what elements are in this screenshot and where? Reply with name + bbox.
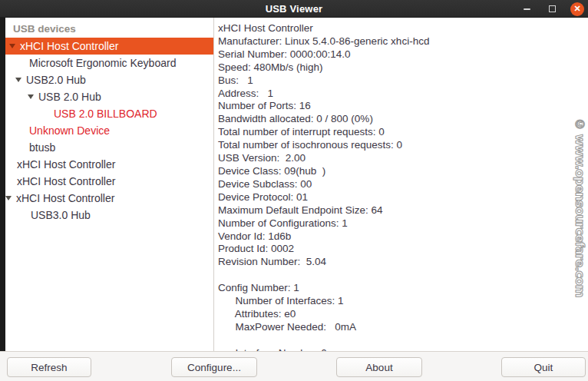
- tree-item-label: btusb: [29, 141, 55, 154]
- detail-line: Total number of interrupt requests: 0: [218, 126, 588, 139]
- tree-item[interactable]: xHCI Host Controller: [5, 173, 213, 190]
- detail-line: Total number of isochronous requests: 0: [218, 139, 588, 152]
- main-content: USB devices xHCI Host ControllerMicrosof…: [5, 18, 588, 351]
- detail-line: Number of Interfaces: 1: [218, 295, 588, 308]
- desktop-background-sliver: [0, 18, 5, 351]
- detail-line: Vendor Id: 1d6b: [218, 230, 588, 244]
- close-icon: ✕: [573, 5, 580, 13]
- detail-line: USB Version: 2.00: [218, 152, 588, 165]
- refresh-button[interactable]: Refresh: [7, 357, 91, 377]
- detail-line: Manufacturer: Linux 5.4.0-86-generic xhc…: [218, 35, 588, 48]
- tree-item-label: Unknown Device: [29, 124, 110, 137]
- detail-line: Device Subclass: 00: [218, 178, 588, 191]
- window-controls: ✕: [520, 0, 584, 18]
- configure-button[interactable]: Configure...: [171, 357, 257, 377]
- detail-line: Device Class: 09(hub ): [218, 165, 588, 178]
- minimize-button[interactable]: [520, 2, 533, 16]
- expander-triangle-icon[interactable]: [28, 94, 34, 99]
- detail-line: Config Number: 1: [218, 282, 588, 295]
- tree-item[interactable]: xHCI Host Controller: [5, 190, 213, 207]
- detail-line: Bus: 1: [218, 75, 588, 88]
- usb-device-tree: USB devices xHCI Host ControllerMicrosof…: [5, 18, 214, 351]
- detail-line: Serial Number: 0000:00:14.0: [218, 48, 588, 61]
- detail-line: [218, 334, 588, 347]
- detail-line: Maximum Default Endpoint Size: 64: [218, 204, 588, 217]
- window-title: USB Viewer: [266, 3, 323, 15]
- tree-item-label: xHCI Host Controller: [17, 175, 115, 187]
- expander-triangle-icon[interactable]: [15, 78, 21, 82]
- detail-line: Number of Configurations: 1: [218, 217, 588, 230]
- detail-line: [218, 269, 588, 282]
- tree-item[interactable]: USB3.0 Hub: [5, 207, 213, 224]
- tree-item[interactable]: USB 2.0 BILLBOARD: [5, 105, 213, 122]
- tree-item-label: USB 2.0 BILLBOARD: [54, 108, 157, 120]
- tree-item-label: USB3.0 Hub: [31, 209, 91, 221]
- tree-item-label: USB 2.0 Hub: [38, 91, 101, 103]
- detail-line: Device Protocol: 01: [218, 191, 588, 204]
- close-button[interactable]: ✕: [570, 2, 584, 16]
- tree-item-label: xHCI Host Controller: [16, 192, 114, 204]
- detail-line: Product Id: 0002: [218, 243, 588, 256]
- tree-item-label: xHCI Host Controller: [20, 40, 118, 52]
- tree-item[interactable]: USB2.0 Hub: [5, 71, 213, 88]
- detail-line: Number of Ports: 16: [218, 100, 588, 113]
- minimize-icon: [524, 8, 530, 10]
- tree-item-label: xHCI Host Controller: [17, 158, 115, 171]
- detail-line: xHCI Host Controller: [218, 22, 588, 35]
- tree-item[interactable]: xHCI Host Controller: [5, 156, 213, 173]
- tree-rows: xHCI Host ControllerMicrosoft Ergonomic …: [5, 38, 213, 224]
- detail-line: Bandwidth allocated: 0 / 800 (0%): [218, 113, 588, 126]
- tree-item[interactable]: Unknown Device: [5, 122, 213, 139]
- detail-line: MaxPower Needed: 0mA: [218, 321, 588, 334]
- maximize-button[interactable]: [545, 2, 559, 16]
- detail-line: Revision Number: 5.04: [218, 256, 588, 269]
- detail-line: Address: 1: [218, 88, 588, 101]
- usb-viewer-window: USB Viewer ✕ USB devices xHCI Host Contr…: [0, 0, 588, 381]
- tree-item[interactable]: Microsoft Ergonomic Keyboard: [5, 55, 213, 71]
- about-button[interactable]: About: [336, 357, 422, 377]
- quit-button[interactable]: Quit: [501, 357, 586, 377]
- titlebar: USB Viewer ✕: [0, 0, 588, 18]
- device-detail-pane: xHCI Host ControllerManufacturer: Linux …: [214, 18, 588, 351]
- tree-item[interactable]: xHCI Host Controller: [5, 38, 213, 55]
- tree-item[interactable]: btusb: [5, 139, 213, 156]
- expander-triangle-icon[interactable]: [5, 196, 12, 200]
- tree-item-label: USB2.0 Hub: [26, 74, 86, 86]
- expander-triangle-icon[interactable]: [9, 44, 15, 48]
- maximize-icon: [549, 5, 556, 12]
- action-bar: Refresh Configure... About Quit: [0, 351, 588, 381]
- tree-item-label: Microsoft Ergonomic Keyboard: [29, 57, 176, 69]
- tree-item[interactable]: USB 2.0 Hub: [5, 88, 213, 105]
- detail-line: Attributes: e0: [218, 308, 588, 321]
- detail-line: Speed: 480Mb/s (high): [218, 61, 588, 75]
- tree-column-header: USB devices: [5, 21, 213, 38]
